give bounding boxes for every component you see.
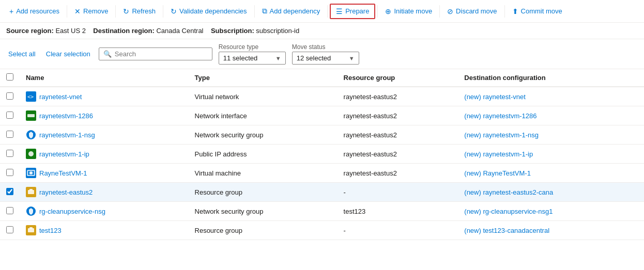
table-row: raynetestvm-1-ipPublic IP addressraynete… [0,145,644,164]
destination-region-label: Destination region: [93,27,154,35]
row-name-cell: raynetest-eastus2 [20,183,189,201]
destination-config-link[interactable]: (new) raynetest-eastus2-cana [464,188,553,196]
destination-config-link[interactable]: (new) raynetest-vnet [464,93,526,101]
row-destination-cell: (new) rg-cleanupservice-nsg1 [458,202,644,221]
row-checkbox-cell [0,202,20,221]
add-dependency-label: Add dependency [270,7,320,15]
subscription-value: subscription-id [256,27,299,35]
row-type-cell: Resource group [189,221,338,240]
commit-move-label: Commit move [521,7,562,15]
row-checkbox[interactable] [6,207,13,214]
resources-table: Name Type Resource group Destination con… [0,69,644,240]
select-all-checkbox[interactable] [6,73,13,81]
resource-type-chevron-icon: ▼ [275,55,281,61]
prepare-label: Prepare [345,7,369,15]
column-checkbox [0,69,20,87]
initiate-move-label: Initiate move [394,7,432,15]
svg-point-6 [28,151,34,156]
destination-config-link[interactable]: (new) raynetestvm-1-nsg [464,131,539,139]
row-checkbox[interactable] [6,112,13,119]
row-type-cell: Network security group [189,125,338,145]
column-name: Name [20,69,189,87]
row-checkbox[interactable] [6,169,13,176]
destination-config-link[interactable]: (new) rg-cleanupservice-nsg1 [464,208,553,215]
resource-type-dropdown[interactable]: 11 selected ▼ [219,52,286,65]
source-region-label: Source region: [6,27,54,35]
resource-type-dropdown-container: Resource type 11 selected ▼ [219,43,286,65]
row-type-cell: Network interface [189,106,338,125]
row-checkbox[interactable] [6,188,13,195]
filter-bar: Select all Clear selection 🔍 Resource ty… [0,39,644,69]
resource-type-label: Resource type [219,43,286,51]
row-checkbox-cell [0,106,20,125]
add-dependency-button[interactable]: ⧉ Add dependency [257,4,326,18]
validate-icon: ↻ [171,7,177,15]
row-checkbox[interactable] [6,131,13,138]
search-input[interactable] [115,50,208,58]
destination-region-value: Canada Central [156,27,203,35]
row-checkbox-cell [0,87,20,106]
destination-config-link[interactable]: (new) raynetestvm-1-ip [464,150,533,158]
validate-dependencies-label: Validate dependencies [179,7,247,15]
row-checkbox-cell [0,145,20,164]
prepare-icon: ☰ [336,7,343,15]
row-destination-cell: (new) raynetestvm-1-nsg [458,125,644,145]
commit-move-button[interactable]: ⬆ Commit move [507,5,568,18]
resource-type-value: 11 selected [223,54,258,62]
destination-config-link[interactable]: (new) test123-canadacentral [464,227,549,234]
row-checkbox-cell [0,164,20,183]
destination-config-link[interactable]: (new) RayneTestVM-1 [464,169,531,177]
resource-name-link[interactable]: raynetestvm-1-ip [39,150,89,158]
remove-button[interactable]: ✕ Remove [69,5,113,18]
clear-selection-button[interactable]: Clear selection [44,49,93,59]
row-name-cell: raynetestvm-1-ip [20,145,189,163]
svg-rect-3 [27,114,35,117]
row-name-cell: RayneTestVM-1 [20,164,189,182]
subscription-label: Subscription: [211,27,254,35]
prepare-button[interactable]: ☰ Prepare [330,4,375,19]
row-type-cell: Public IP address [189,145,338,164]
separator-6 [377,5,378,18]
row-checkbox-cell [0,183,20,202]
move-status-dropdown-container: Move status 12 selected ▼ [292,43,359,65]
add-resources-button[interactable]: + Add resources [4,5,65,18]
resource-name-link[interactable]: RayneTestVM-1 [39,169,87,177]
commit-move-icon: ⬆ [512,7,518,15]
resource-name-link[interactable]: raynetestvm-1-nsg [39,131,95,139]
row-type-cell: Resource group [189,183,338,202]
row-resource-group-cell: - [338,221,458,240]
row-name-cell: raynetestvm-1-nsg [20,125,189,144]
validate-dependencies-button[interactable]: ↻ Validate dependencies [165,5,252,18]
resource-name-link[interactable]: raynetest-eastus2 [39,188,93,196]
row-checkbox[interactable] [6,226,13,233]
move-status-value: 12 selected [297,54,331,62]
row-destination-cell: (new) RayneTestVM-1 [458,164,644,183]
move-status-label: Move status [292,43,359,51]
select-all-button[interactable]: Select all [6,49,38,59]
svg-rect-17 [29,227,33,229]
add-resources-label: Add resources [16,7,59,15]
row-resource-group-cell: raynetest-eastus2 [338,164,458,183]
row-name-cell: test123 [20,221,189,240]
row-checkbox[interactable] [6,92,13,100]
remove-label: Remove [83,7,108,15]
row-destination-cell: (new) test123-canadacentral [458,221,644,240]
table-row: raynetestvm-1286Network interfaceraynete… [0,106,644,125]
toolbar: + Add resources ✕ Remove ↻ Refresh ↻ Val… [0,0,644,23]
resource-name-link[interactable]: raynetest-vnet [39,93,82,101]
row-name-cell: <> raynetest-vnet [20,87,189,106]
refresh-button[interactable]: ↻ Refresh [118,5,161,18]
column-destination: Destination configuration [458,69,644,87]
initiate-move-button[interactable]: ⊕ Initiate move [380,5,437,18]
discard-move-button[interactable]: ⊘ Discard move [442,5,502,18]
resource-name-link[interactable]: rg-cleanupservice-nsg [39,208,105,215]
row-resource-group-cell: raynetest-eastus2 [338,106,458,125]
resource-name-link[interactable]: raynetestvm-1286 [39,112,93,120]
move-status-dropdown[interactable]: 12 selected ▼ [292,52,359,65]
separator-3 [163,5,163,18]
destination-config-link[interactable]: (new) raynetestvm-1286 [464,112,536,120]
row-resource-group-cell: test123 [338,202,458,221]
resource-name-link[interactable]: test123 [39,227,62,234]
row-destination-cell: (new) raynetest-eastus2-cana [458,183,644,202]
row-checkbox[interactable] [6,150,13,157]
